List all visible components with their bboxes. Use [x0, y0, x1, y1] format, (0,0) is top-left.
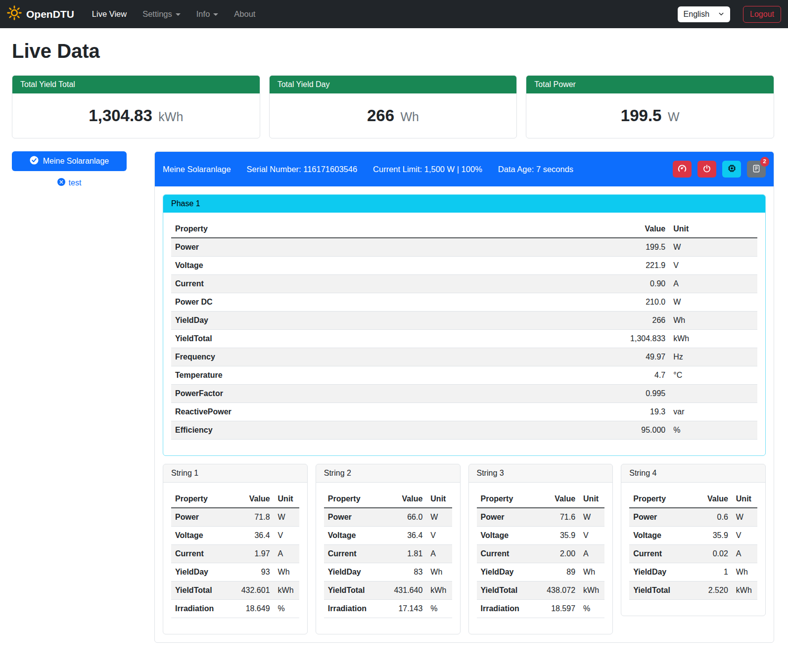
row-property: Current — [629, 545, 687, 563]
string-table: Property Value Unit Power66.0WVoltage36.… — [324, 491, 452, 618]
row-property: PowerFactor — [171, 385, 570, 403]
logout-button[interactable]: Logout — [743, 6, 781, 23]
row-value: 36.4 — [381, 527, 426, 545]
row-unit: kWh — [426, 582, 452, 600]
navbar: OpenDTU Live View Settings Info About En… — [0, 0, 788, 28]
nav-item-about[interactable]: About — [227, 5, 262, 23]
table-row: Power0.6W — [629, 508, 757, 527]
summary-unit: W — [668, 110, 680, 124]
table-row: YieldTotal1,304.833kWh — [171, 330, 757, 348]
nav-item-settings[interactable]: Settings — [136, 5, 187, 23]
column-header-value: Value — [381, 491, 426, 508]
chevron-down-icon — [718, 10, 724, 19]
string-card-4: String 4 Property Value Unit — [621, 464, 766, 616]
row-unit: Hz — [669, 348, 757, 366]
chevron-down-icon — [213, 13, 218, 16]
string-table: Property Value Unit Power0.6WVoltage35.9… — [629, 491, 757, 600]
inverter-card: Meine Solaranlage Serial Number: 1161716… — [154, 151, 774, 643]
row-value: 66.0 — [381, 508, 426, 527]
table-row: Voltage221.9V — [171, 257, 757, 275]
table-row: Power66.0W — [324, 508, 452, 527]
row-property: Current — [477, 545, 534, 563]
table-row: Voltage35.9V — [477, 527, 605, 545]
row-property: Current — [324, 545, 381, 563]
string-table: Property Value Unit Power71.8WVoltage36.… — [171, 491, 299, 618]
table-row: Current1.81A — [324, 545, 452, 563]
table-row: ReactivePower19.3var — [171, 403, 757, 421]
inverter-card-header: Meine Solaranlage Serial Number: 1161716… — [155, 152, 774, 186]
row-property: Irradiation — [171, 600, 229, 618]
string-table-body: Power0.6WVoltage35.9VCurrent0.02AYieldDa… — [629, 508, 757, 600]
table-row: Frequency49.97Hz — [171, 348, 757, 366]
table-row: Efficiency95.000% — [171, 421, 757, 440]
row-property: Power — [324, 508, 381, 527]
cpu-icon — [727, 164, 737, 175]
nav-item-info[interactable]: Info — [189, 5, 226, 23]
row-unit: Wh — [732, 563, 757, 582]
row-value: 1.81 — [381, 545, 426, 563]
table-header-row: Property Value Unit — [324, 491, 452, 508]
row-value: 0.90 — [570, 275, 669, 293]
table-row: Current0.02A — [629, 545, 757, 563]
summary-card-yield-total: Total Yield Total 1,304.83 kWh — [12, 75, 260, 138]
chevron-down-icon — [176, 13, 181, 16]
column-header-property: Property — [324, 491, 381, 508]
device-info-button[interactable] — [722, 161, 741, 178]
row-unit: % — [274, 600, 299, 618]
row-value: 1,304.833 — [570, 330, 669, 348]
table-row: Power71.8W — [171, 508, 299, 527]
string-body: Property Value Unit Power66.0WVoltage36.… — [316, 483, 460, 634]
row-unit: A — [732, 545, 757, 563]
limit-settings-button[interactable] — [673, 161, 692, 178]
power-button[interactable] — [697, 161, 716, 178]
column-header-property: Property — [629, 491, 687, 508]
table-row: YieldTotal438.072kWh — [477, 582, 605, 600]
row-unit: W — [426, 508, 452, 527]
table-row: Voltage36.4V — [324, 527, 452, 545]
row-unit: W — [732, 508, 757, 527]
row-value: 18.597 — [534, 600, 579, 618]
table-row: YieldDay89Wh — [477, 563, 605, 582]
power-icon — [702, 164, 711, 175]
brand-label: OpenDTU — [26, 8, 74, 20]
row-property: Frequency — [171, 348, 570, 366]
event-link-test[interactable]: test — [12, 178, 127, 188]
row-value: 83 — [381, 563, 426, 582]
row-value: 221.9 — [570, 257, 669, 275]
row-property: YieldDay — [477, 563, 534, 582]
row-property: Power — [477, 508, 534, 527]
table-row: YieldTotal2.520kWh — [629, 582, 757, 600]
event-log-button[interactable]: 2 — [747, 161, 766, 178]
row-value: 0.6 — [687, 508, 732, 527]
row-property: Irradiation — [477, 600, 534, 618]
column-header-unit: Unit — [426, 491, 452, 508]
row-unit: A — [274, 545, 299, 563]
speedometer-icon — [677, 164, 687, 175]
row-property: Voltage — [477, 527, 534, 545]
column-header-unit: Unit — [579, 491, 604, 508]
row-property: Power — [171, 238, 570, 257]
nav-item-live-view[interactable]: Live View — [85, 5, 134, 23]
language-selector[interactable]: English — [678, 6, 730, 22]
brand[interactable]: OpenDTU — [7, 5, 74, 23]
table-row: Irradiation18.649% — [171, 600, 299, 618]
row-unit: Wh — [579, 563, 604, 582]
row-value: 431.640 — [381, 582, 426, 600]
row-value: 71.8 — [229, 508, 274, 527]
row-property: Voltage — [171, 257, 570, 275]
row-property: YieldTotal — [171, 582, 229, 600]
table-header-row: Property Value Unit — [171, 221, 757, 238]
language-selector-value: English — [684, 10, 709, 19]
column-header-unit: Unit — [669, 221, 757, 238]
inverter-actions: 2 — [673, 161, 766, 178]
row-value: 438.072 — [534, 582, 579, 600]
row-property: YieldDay — [324, 563, 381, 582]
main-container: Live Data Total Yield Total 1,304.83 kWh… — [0, 28, 788, 655]
row-unit: V — [669, 257, 757, 275]
row-unit: V — [732, 527, 757, 545]
row-unit: °C — [669, 366, 757, 385]
row-property: YieldDay — [171, 312, 570, 330]
row-value: 17.143 — [381, 600, 426, 618]
column-header-value: Value — [570, 221, 669, 238]
inverter-select-button[interactable]: Meine Solaranlage — [12, 151, 127, 171]
